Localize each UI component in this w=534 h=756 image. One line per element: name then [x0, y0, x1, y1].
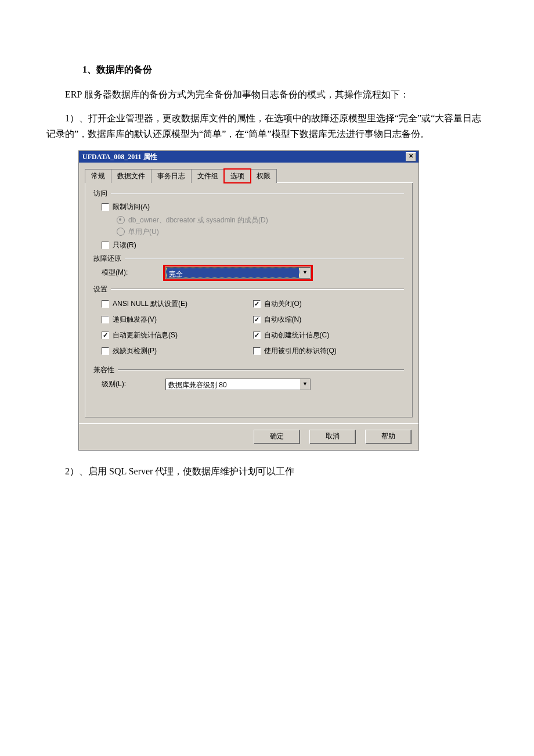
radio-single-user: [117, 228, 125, 236]
group-access-label: 访问: [93, 189, 107, 199]
checkbox-quoted-identifier-label: 使用被引用的标识符(Q): [264, 346, 337, 356]
checkbox-auto-close[interactable]: [253, 300, 261, 308]
group-recovery-label: 故障还原: [93, 254, 121, 264]
properties-dialog: UFDATA_008_2011 属性 ✕ 常规 数据文件 事务日志 文件组 选项…: [78, 150, 419, 451]
tab-pane-options: 访问 限制访问(A) db_owner、dbcreator 或 sysadmin…: [85, 183, 413, 417]
compat-level-label: 级别(L):: [102, 379, 165, 389]
group-compat-label: 兼容性: [93, 365, 114, 375]
dialog-titlebar: UFDATA_008_2011 属性 ✕: [79, 151, 418, 163]
checkbox-recursive-triggers[interactable]: [102, 316, 109, 323]
checkbox-auto-create-stats[interactable]: [253, 332, 261, 339]
group-settings: 设置 ANSI NULL 默认设置(E) 递归触发器(V): [93, 285, 404, 362]
compat-level-value: 数据库兼容级别 80: [166, 379, 300, 390]
close-icon[interactable]: ✕: [406, 152, 416, 161]
chevron-down-icon[interactable]: ▼: [300, 379, 310, 390]
checkbox-auto-shrink[interactable]: [253, 316, 261, 323]
checkbox-auto-update-stats[interactable]: [102, 332, 109, 339]
group-recovery: 故障还原 模型(M): 完全 ▼: [93, 254, 404, 279]
checkbox-readonly-label: 只读(R): [113, 240, 136, 250]
checkbox-restrict-access-label: 限制访问(A): [113, 202, 150, 212]
tab-general[interactable]: 常规: [85, 169, 111, 183]
checkbox-auto-shrink-label: 自动收缩(N): [264, 315, 302, 325]
paragraph-step2: 2）、启用 SQL Server 代理，使数据库维护计划可以工作: [46, 463, 488, 479]
checkbox-quoted-identifier[interactable]: [253, 347, 261, 355]
paragraph-intro: ERP 服务器数据库的备份方式为完全备份加事物日志备份的模式，其操作流程如下：: [46, 87, 488, 102]
tab-translog[interactable]: 事务日志: [151, 169, 192, 183]
checkbox-ansi-null-label: ANSI NULL 默认设置(E): [113, 299, 187, 309]
checkbox-auto-update-stats-label: 自动更新统计信息(S): [113, 330, 178, 340]
radio-single-user-label: 单用户(U): [128, 227, 159, 237]
chevron-down-icon[interactable]: ▼: [300, 268, 310, 278]
radio-dbowner: [117, 216, 125, 224]
recovery-model-dropdown[interactable]: 完全 ▼: [165, 267, 311, 279]
recovery-model-label: 模型(M):: [102, 268, 165, 278]
dialog-button-bar: 确定 取消 帮助: [79, 423, 418, 450]
dialog-title: UFDATA_008_2011 属性: [82, 151, 157, 163]
checkbox-restrict-access[interactable]: [102, 203, 109, 211]
checkbox-readonly[interactable]: [102, 242, 109, 249]
help-button[interactable]: 帮助: [365, 430, 412, 444]
checkbox-torn-page-label: 残缺页检测(P): [113, 346, 157, 356]
ok-button[interactable]: 确定: [254, 430, 300, 444]
paragraph-step1: 1）、打开企业管理器，更改数据库文件的属性，在选项中的故障还原模型里选择“完全”…: [46, 110, 488, 142]
group-access: 访问 限制访问(A) db_owner、dbcreator 或 sysadmin…: [93, 189, 404, 250]
checkbox-auto-close-label: 自动关闭(O): [264, 299, 302, 309]
tab-options[interactable]: 选项: [224, 169, 251, 183]
checkbox-recursive-triggers-label: 递归触发器(V): [113, 315, 157, 325]
group-settings-label: 设置: [93, 285, 107, 294]
tab-permissions[interactable]: 权限: [250, 169, 277, 183]
compat-level-dropdown[interactable]: 数据库兼容级别 80 ▼: [165, 379, 311, 390]
section-heading: 1、数据库的备份: [82, 64, 488, 76]
tab-filegroups[interactable]: 文件组: [191, 169, 225, 183]
checkbox-auto-create-stats-label: 自动创建统计信息(C): [264, 330, 330, 340]
radio-dbowner-label: db_owner、dbcreator 或 sysadmin 的成员(D): [128, 215, 268, 225]
checkbox-torn-page[interactable]: [102, 347, 109, 355]
recovery-model-value: 完全: [166, 268, 300, 278]
tab-datafiles[interactable]: 数据文件: [111, 169, 151, 183]
cancel-button[interactable]: 取消: [309, 430, 356, 444]
tab-strip: 常规 数据文件 事务日志 文件组 选项 权限: [85, 168, 413, 183]
checkbox-ansi-null[interactable]: [102, 300, 109, 308]
group-compat: 兼容性 级别(L): 数据库兼容级别 80 ▼: [93, 365, 404, 390]
